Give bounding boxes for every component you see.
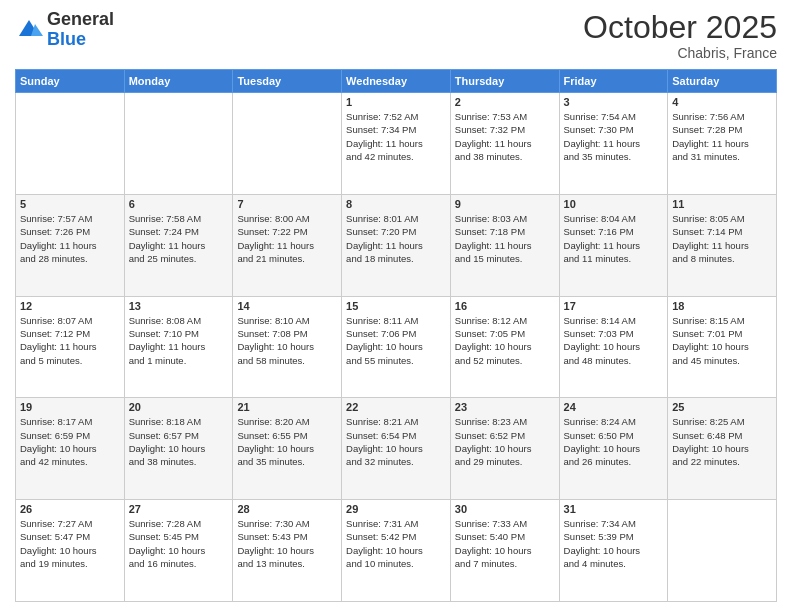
day-info: Sunrise: 8:25 AM Sunset: 6:48 PM Dayligh… [672, 415, 772, 468]
day-info: Sunrise: 8:21 AM Sunset: 6:54 PM Dayligh… [346, 415, 446, 468]
day-number: 7 [237, 198, 337, 210]
day-info: Sunrise: 7:57 AM Sunset: 7:26 PM Dayligh… [20, 212, 120, 265]
day-info: Sunrise: 7:58 AM Sunset: 7:24 PM Dayligh… [129, 212, 229, 265]
page: General Blue October 2025 Chabris, Franc… [0, 0, 792, 612]
day-info: Sunrise: 8:00 AM Sunset: 7:22 PM Dayligh… [237, 212, 337, 265]
day-number: 2 [455, 96, 555, 108]
day-number: 23 [455, 401, 555, 413]
logo: General Blue [15, 10, 114, 50]
calendar-cell: 14Sunrise: 8:10 AM Sunset: 7:08 PM Dayli… [233, 296, 342, 398]
day-number: 5 [20, 198, 120, 210]
calendar-cell: 9Sunrise: 8:03 AM Sunset: 7:18 PM Daylig… [450, 194, 559, 296]
day-number: 18 [672, 300, 772, 312]
month-title: October 2025 [583, 10, 777, 45]
calendar-cell: 7Sunrise: 8:00 AM Sunset: 7:22 PM Daylig… [233, 194, 342, 296]
day-info: Sunrise: 8:01 AM Sunset: 7:20 PM Dayligh… [346, 212, 446, 265]
week-row-3: 12Sunrise: 8:07 AM Sunset: 7:12 PM Dayli… [16, 296, 777, 398]
calendar-cell: 23Sunrise: 8:23 AM Sunset: 6:52 PM Dayli… [450, 398, 559, 500]
day-info: Sunrise: 8:12 AM Sunset: 7:05 PM Dayligh… [455, 314, 555, 367]
day-info: Sunrise: 8:24 AM Sunset: 6:50 PM Dayligh… [564, 415, 664, 468]
day-info: Sunrise: 8:18 AM Sunset: 6:57 PM Dayligh… [129, 415, 229, 468]
day-info: Sunrise: 7:53 AM Sunset: 7:32 PM Dayligh… [455, 110, 555, 163]
day-info: Sunrise: 7:28 AM Sunset: 5:45 PM Dayligh… [129, 517, 229, 570]
week-row-2: 5Sunrise: 7:57 AM Sunset: 7:26 PM Daylig… [16, 194, 777, 296]
calendar-cell: 21Sunrise: 8:20 AM Sunset: 6:55 PM Dayli… [233, 398, 342, 500]
calendar-cell: 3Sunrise: 7:54 AM Sunset: 7:30 PM Daylig… [559, 93, 668, 195]
day-info: Sunrise: 7:30 AM Sunset: 5:43 PM Dayligh… [237, 517, 337, 570]
calendar-cell: 24Sunrise: 8:24 AM Sunset: 6:50 PM Dayli… [559, 398, 668, 500]
day-info: Sunrise: 7:33 AM Sunset: 5:40 PM Dayligh… [455, 517, 555, 570]
calendar-cell: 28Sunrise: 7:30 AM Sunset: 5:43 PM Dayli… [233, 500, 342, 602]
day-number: 31 [564, 503, 664, 515]
day-number: 10 [564, 198, 664, 210]
day-info: Sunrise: 8:20 AM Sunset: 6:55 PM Dayligh… [237, 415, 337, 468]
logo-general: General [47, 10, 114, 30]
day-number: 20 [129, 401, 229, 413]
calendar-cell: 1Sunrise: 7:52 AM Sunset: 7:34 PM Daylig… [342, 93, 451, 195]
calendar-cell: 4Sunrise: 7:56 AM Sunset: 7:28 PM Daylig… [668, 93, 777, 195]
calendar-cell: 19Sunrise: 8:17 AM Sunset: 6:59 PM Dayli… [16, 398, 125, 500]
day-info: Sunrise: 8:11 AM Sunset: 7:06 PM Dayligh… [346, 314, 446, 367]
calendar-cell: 15Sunrise: 8:11 AM Sunset: 7:06 PM Dayli… [342, 296, 451, 398]
day-number: 14 [237, 300, 337, 312]
day-header-sunday: Sunday [16, 70, 125, 93]
header: General Blue October 2025 Chabris, Franc… [15, 10, 777, 61]
day-number: 30 [455, 503, 555, 515]
calendar-cell: 11Sunrise: 8:05 AM Sunset: 7:14 PM Dayli… [668, 194, 777, 296]
day-number: 11 [672, 198, 772, 210]
week-row-1: 1Sunrise: 7:52 AM Sunset: 7:34 PM Daylig… [16, 93, 777, 195]
day-number: 22 [346, 401, 446, 413]
logo-icon [15, 16, 43, 44]
calendar-cell: 31Sunrise: 7:34 AM Sunset: 5:39 PM Dayli… [559, 500, 668, 602]
day-number: 24 [564, 401, 664, 413]
day-number: 6 [129, 198, 229, 210]
day-info: Sunrise: 7:31 AM Sunset: 5:42 PM Dayligh… [346, 517, 446, 570]
calendar-cell: 10Sunrise: 8:04 AM Sunset: 7:16 PM Dayli… [559, 194, 668, 296]
day-header-tuesday: Tuesday [233, 70, 342, 93]
week-row-4: 19Sunrise: 8:17 AM Sunset: 6:59 PM Dayli… [16, 398, 777, 500]
day-number: 8 [346, 198, 446, 210]
day-info: Sunrise: 7:52 AM Sunset: 7:34 PM Dayligh… [346, 110, 446, 163]
day-number: 9 [455, 198, 555, 210]
week-row-5: 26Sunrise: 7:27 AM Sunset: 5:47 PM Dayli… [16, 500, 777, 602]
day-info: Sunrise: 8:23 AM Sunset: 6:52 PM Dayligh… [455, 415, 555, 468]
title-block: October 2025 Chabris, France [583, 10, 777, 61]
day-number: 12 [20, 300, 120, 312]
calendar-cell [16, 93, 125, 195]
calendar-cell [233, 93, 342, 195]
day-info: Sunrise: 8:08 AM Sunset: 7:10 PM Dayligh… [129, 314, 229, 367]
calendar-cell: 22Sunrise: 8:21 AM Sunset: 6:54 PM Dayli… [342, 398, 451, 500]
day-header-thursday: Thursday [450, 70, 559, 93]
day-info: Sunrise: 8:04 AM Sunset: 7:16 PM Dayligh… [564, 212, 664, 265]
day-info: Sunrise: 7:27 AM Sunset: 5:47 PM Dayligh… [20, 517, 120, 570]
day-number: 25 [672, 401, 772, 413]
logo-text: General Blue [47, 10, 114, 50]
calendar-cell: 25Sunrise: 8:25 AM Sunset: 6:48 PM Dayli… [668, 398, 777, 500]
location-subtitle: Chabris, France [583, 45, 777, 61]
day-info: Sunrise: 8:07 AM Sunset: 7:12 PM Dayligh… [20, 314, 120, 367]
day-info: Sunrise: 8:10 AM Sunset: 7:08 PM Dayligh… [237, 314, 337, 367]
day-number: 1 [346, 96, 446, 108]
day-number: 26 [20, 503, 120, 515]
calendar-cell: 18Sunrise: 8:15 AM Sunset: 7:01 PM Dayli… [668, 296, 777, 398]
calendar-cell: 17Sunrise: 8:14 AM Sunset: 7:03 PM Dayli… [559, 296, 668, 398]
calendar-cell: 13Sunrise: 8:08 AM Sunset: 7:10 PM Dayli… [124, 296, 233, 398]
calendar-cell: 26Sunrise: 7:27 AM Sunset: 5:47 PM Dayli… [16, 500, 125, 602]
day-header-monday: Monday [124, 70, 233, 93]
calendar-cell: 12Sunrise: 8:07 AM Sunset: 7:12 PM Dayli… [16, 296, 125, 398]
calendar-table: SundayMondayTuesdayWednesdayThursdayFrid… [15, 69, 777, 602]
day-header-saturday: Saturday [668, 70, 777, 93]
day-number: 15 [346, 300, 446, 312]
calendar-cell: 27Sunrise: 7:28 AM Sunset: 5:45 PM Dayli… [124, 500, 233, 602]
calendar-cell: 20Sunrise: 8:18 AM Sunset: 6:57 PM Dayli… [124, 398, 233, 500]
calendar-cell: 6Sunrise: 7:58 AM Sunset: 7:24 PM Daylig… [124, 194, 233, 296]
day-number: 17 [564, 300, 664, 312]
day-number: 19 [20, 401, 120, 413]
day-info: Sunrise: 8:17 AM Sunset: 6:59 PM Dayligh… [20, 415, 120, 468]
day-number: 13 [129, 300, 229, 312]
day-number: 29 [346, 503, 446, 515]
logo-blue: Blue [47, 30, 114, 50]
day-info: Sunrise: 8:03 AM Sunset: 7:18 PM Dayligh… [455, 212, 555, 265]
day-info: Sunrise: 8:14 AM Sunset: 7:03 PM Dayligh… [564, 314, 664, 367]
calendar-cell: 30Sunrise: 7:33 AM Sunset: 5:40 PM Dayli… [450, 500, 559, 602]
